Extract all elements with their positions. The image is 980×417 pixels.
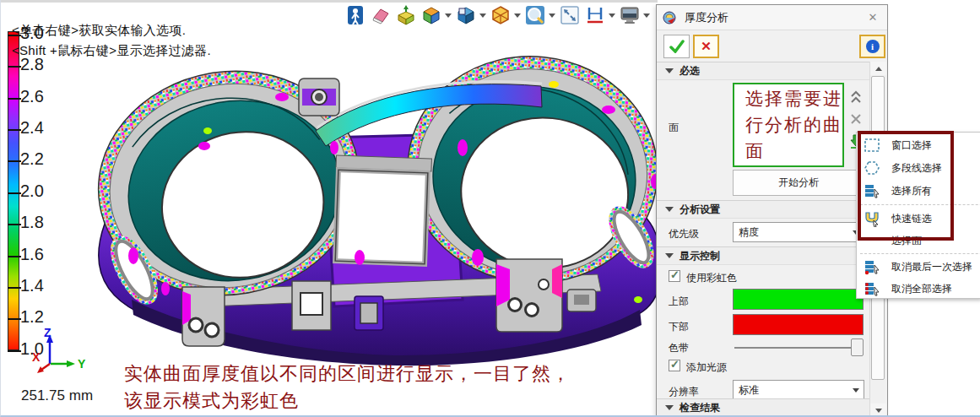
shaded-cube-button[interactable] [420, 4, 442, 26]
scale-label: 2.2 [20, 149, 44, 169]
axis-y-label: Y [78, 357, 86, 371]
exit-sketch-icon [346, 5, 365, 25]
menu-item-label: 取消最后一次选择 [891, 260, 972, 274]
green-check-icon [669, 40, 685, 53]
exit-sketch-button[interactable] [344, 4, 366, 26]
axis-x-label: X [32, 350, 41, 364]
cancel-button[interactable]: ✕ [693, 35, 719, 58]
scale-label: 2.6 [20, 87, 44, 106]
rainbow-checkbox[interactable] [669, 270, 680, 282]
annotation-select-surfaces: 选择需要进行分析的曲面 [733, 83, 844, 167]
lower-color-label: 下部 [669, 320, 689, 334]
scale-label: 1.4 [20, 276, 44, 295]
color-band-slider-track[interactable] [734, 347, 851, 349]
coordinate-triad: Z Y X [30, 326, 89, 378]
zoom-magnifier-icon [525, 5, 545, 25]
scroll-up-icon[interactable] [870, 62, 886, 75]
zoom-button[interactable] [524, 4, 546, 26]
section-analysis-settings[interactable]: 分析设置 [657, 200, 869, 219]
collapse-triangle-icon [665, 207, 674, 212]
collapse-triangle-icon [665, 68, 674, 73]
viewport-toolbar [343, 3, 677, 27]
section-display-control[interactable]: 显示控制 [657, 246, 869, 265]
eraser-button[interactable] [370, 4, 392, 26]
wireframe-sphere-button[interactable] [490, 4, 512, 26]
menu-item-cancel-all-selection[interactable]: 取消全部选择 [857, 278, 980, 300]
annotation-red-rectangle [858, 131, 954, 241]
collapse-triangle-icon [665, 405, 674, 410]
prompt-right-click: <单击右键>获取实体输入选项. [12, 23, 186, 39]
model-3d-instrument-cluster[interactable] [81, 46, 663, 376]
display-monitor-icon [620, 6, 640, 24]
info-icon: i [866, 40, 880, 53]
extrude-box-button[interactable] [395, 4, 417, 26]
dropdown-arrow[interactable] [642, 4, 650, 26]
ok-button[interactable] [663, 35, 690, 58]
scroll-down-icon[interactable] [870, 403, 886, 417]
axis-z-label: Z [44, 326, 51, 339]
rainbow-checkbox-label: 使用彩虹色 [686, 271, 737, 285]
thickness-analysis-icon [663, 10, 678, 25]
prompt-shift-right-click: <Shift +鼠标右键>显示选择过滤器. [12, 43, 211, 59]
menu-separator [860, 253, 980, 254]
section-check-results[interactable]: 检查结果 [657, 398, 869, 417]
red-x-icon: ✕ [701, 39, 712, 54]
section-view-button[interactable] [455, 4, 477, 26]
face-field-label: 面 [669, 121, 679, 135]
dropdown-arrow[interactable] [479, 4, 486, 26]
resolution-dropdown[interactable]: 标准 [733, 380, 864, 400]
measure-distance-icon [585, 5, 605, 25]
scale-label: 1.8 [20, 213, 44, 232]
measure-distance-button[interactable] [584, 4, 606, 26]
priority-label: 优先级 [669, 227, 699, 241]
fit-window-icon [560, 5, 580, 25]
cad-application-window: <单击右键>获取实体输入选项. <Shift +鼠标右键>显示选择过滤器. 3.… [0, 0, 980, 417]
collapse-chevrons-icon[interactable] [847, 88, 864, 106]
scale-label: 2.4 [20, 118, 44, 138]
thickness-analysis-dialog: 厚度分析 ✕ ✕ i 必选 面 [656, 4, 888, 417]
dropdown-arrow[interactable] [444, 4, 452, 26]
section-required-label: 必选 [680, 64, 700, 79]
cancel-last-selection-icon [861, 258, 883, 275]
ribbon-boundary-line [1, 0, 658, 3]
upper-color-swatch[interactable] [733, 289, 864, 310]
extrude-box-icon [396, 5, 416, 25]
section-settings-label: 分析设置 [680, 203, 720, 217]
scale-label: 1.6 [20, 245, 44, 264]
menu-item-label: 取消全部选择 [891, 282, 952, 296]
color-band-slider-handle[interactable] [851, 338, 864, 356]
shaded-cube-icon [421, 5, 441, 25]
resolution-value: 标准 [739, 383, 759, 398]
scale-label: 2.0 [20, 181, 44, 201]
info-button[interactable]: i [859, 35, 885, 58]
priority-value: 精度 [739, 225, 759, 240]
scale-label: 1.2 [20, 307, 44, 327]
annotation-rainbow-line1: 实体曲面厚度值以不同的区间进行显示，一目了然， [124, 361, 571, 387]
cancel-all-selection-icon [861, 280, 883, 297]
upper-color-label: 上部 [669, 295, 689, 309]
close-icon[interactable]: ✕ [866, 11, 880, 24]
annotation-rainbow-line2: 该显示模式为彩虹色 [124, 388, 299, 414]
section-results-label: 检查结果 [680, 401, 720, 415]
section-display-label: 显示控制 [680, 249, 720, 263]
section-required[interactable]: 必选 [657, 62, 869, 80]
clear-selection-icon[interactable] [847, 110, 864, 128]
lower-color-swatch[interactable] [733, 314, 864, 335]
thickness-color-scale [8, 31, 19, 350]
light-checkbox[interactable] [669, 360, 680, 371]
dialog-titlebar[interactable]: 厚度分析 ✕ [657, 5, 887, 30]
priority-dropdown[interactable]: 精度 [733, 222, 864, 242]
eraser-icon [371, 6, 391, 24]
color-band-label: 色带 [669, 341, 689, 355]
dropdown-arrow[interactable] [608, 4, 615, 26]
display-monitor-button[interactable] [619, 4, 641, 26]
chevron-down-icon [853, 388, 859, 393]
wireframe-sphere-icon [490, 5, 511, 25]
dropdown-arrow[interactable] [548, 4, 555, 26]
fit-window-button[interactable] [559, 4, 581, 26]
start-analysis-button[interactable]: 开始分析 [733, 170, 864, 196]
collapse-triangle-icon [665, 253, 674, 258]
menu-item-cancel-last-selection[interactable]: 取消最后一次选择 [857, 256, 980, 278]
dropdown-arrow[interactable] [513, 4, 521, 26]
dialog-title: 厚度分析 [685, 10, 728, 25]
